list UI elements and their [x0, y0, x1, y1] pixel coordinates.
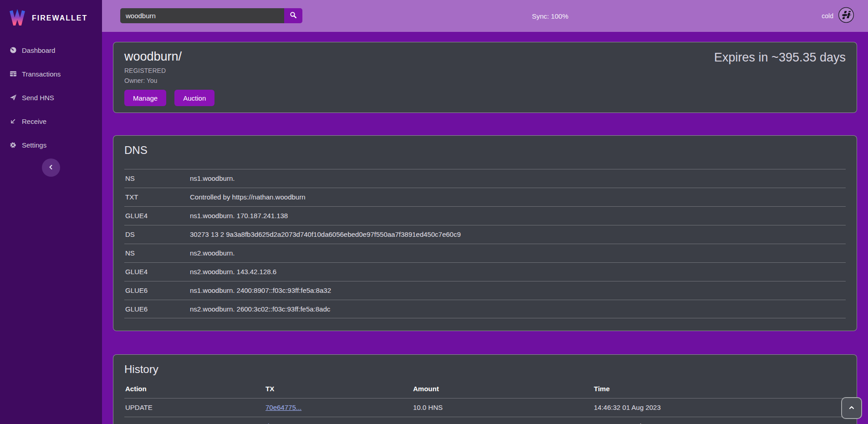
domain-actions: Manage Auction	[124, 90, 214, 106]
transactions-table-icon	[9, 70, 17, 77]
scroll-to-top-button[interactable]	[841, 397, 862, 419]
dns-record-type: NS	[124, 174, 190, 182]
dns-record-type: GLUE6	[124, 305, 190, 313]
dns-heading: DNS	[124, 144, 846, 157]
dns-card: DNS NS ns1.woodburn. TXT Controlled by h…	[113, 135, 857, 331]
dns-record-type: GLUE4	[124, 212, 190, 220]
domain-summary-card: woodburn/ REGISTERED Owner: You Manage A…	[113, 42, 857, 113]
receive-arrow-icon	[9, 118, 17, 125]
history-amount: 10.0 HNS	[413, 404, 594, 411]
owner-label: Owner: You	[124, 77, 214, 84]
dns-record-row: NS ns1.woodburn.	[124, 169, 846, 188]
settings-gear-icon	[9, 142, 17, 148]
handshake-logo-icon[interactable]	[838, 7, 854, 25]
firewallet-logo-icon	[8, 9, 26, 27]
dns-record-value: ns2.woodburn. 2600:3c02::f03c:93ff:fe5a:…	[190, 305, 330, 313]
dns-record-row: GLUE6 ns1.woodburn. 2400:8907::f03c:93ff…	[124, 281, 846, 300]
dns-record-row: GLUE4 ns2.woodburn. 143.42.128.6	[124, 262, 846, 281]
domain-summary-left: woodburn/ REGISTERED Owner: You Manage A…	[124, 50, 214, 106]
search-icon	[290, 11, 297, 20]
expires-label: Expires in ~395.35 days	[714, 51, 846, 65]
dns-table: NS ns1.woodburn. TXT Controlled by https…	[124, 169, 846, 318]
tx-link[interactable]: 70e64775...	[266, 404, 301, 411]
sidebar-item-label: Settings	[22, 141, 46, 149]
history-heading: History	[124, 363, 846, 376]
search-button[interactable]	[284, 8, 302, 23]
sidebar: FIREWALLET Dashboard Tran	[0, 0, 102, 424]
sync-status: Sync: 100%	[532, 0, 568, 32]
sidebar-nav: Dashboard Transactions Send HNS	[0, 38, 102, 157]
history-column-time: Time	[594, 385, 846, 393]
chevron-up-icon	[848, 404, 855, 412]
main-area: Sync: 100% cold woodburn/ REGISTERED	[102, 0, 868, 424]
sidebar-item-label: Receive	[22, 117, 46, 125]
sidebar-item-transactions[interactable]: Transactions	[0, 62, 102, 86]
dns-record-row: GLUE6 ns2.woodburn. 2600:3c02::f03c:93ff…	[124, 300, 846, 318]
dashboard-gauge-icon	[9, 46, 17, 54]
history-time: 15:47:06 07 Feb 2023	[594, 422, 846, 424]
dns-record-row: NS ns2.woodburn.	[124, 244, 846, 262]
history-header-row: Action TX Amount Time	[124, 380, 846, 398]
dns-record-value: ns1.woodburn.	[190, 174, 235, 182]
dns-record-type: GLUE6	[124, 286, 190, 294]
page-title: woodburn/	[124, 50, 214, 64]
history-amount: 10.0 HNS	[413, 422, 594, 424]
dns-record-type: GLUE4	[124, 268, 190, 276]
dns-record-type: NS	[124, 249, 190, 257]
history-column-amount: Amount	[413, 385, 594, 393]
wallet-indicator: cold	[822, 0, 854, 32]
status-badge: REGISTERED	[124, 67, 214, 74]
sidebar-item-settings[interactable]: Settings	[0, 133, 102, 157]
tx-link[interactable]: d7e36a42...	[266, 422, 301, 424]
sidebar-item-dashboard[interactable]: Dashboard	[0, 38, 102, 62]
topbar: Sync: 100% cold	[102, 0, 868, 32]
dns-record-value: Controlled by https://nathan.woodburn	[190, 193, 306, 201]
dns-record-type: DS	[124, 230, 190, 238]
send-plane-icon	[9, 94, 17, 101]
search-bar	[120, 8, 302, 23]
search-input[interactable]	[120, 8, 284, 23]
dns-record-row: GLUE4 ns1.woodburn. 170.187.241.138	[124, 206, 846, 225]
dns-record-type: TXT	[124, 193, 190, 201]
dns-record-value: ns2.woodburn.	[190, 249, 235, 257]
history-column-action: Action	[124, 385, 266, 393]
sidebar-item-label: Dashboard	[22, 46, 55, 54]
dns-record-value: ns1.woodburn. 2400:8907::f03c:93ff:fe5a:…	[190, 286, 331, 294]
history-row: RENEW d7e36a42... 10.0 HNS 15:47:06 07 F…	[124, 417, 846, 424]
dns-record-row: TXT Controlled by https://nathan.woodbur…	[124, 188, 846, 206]
sidebar-item-receive[interactable]: Receive	[0, 109, 102, 133]
dns-record-row: DS 30273 13 2 9a3a8fb3d625d2a2073d740f10…	[124, 225, 846, 244]
brand-row: FIREWALLET	[0, 0, 102, 31]
brand-name: FIREWALLET	[32, 14, 87, 22]
dns-record-value: ns1.woodburn. 170.187.241.138	[190, 212, 288, 220]
auction-button[interactable]: Auction	[174, 90, 214, 106]
wallet-name: cold	[822, 12, 833, 20]
history-card: History Action TX Amount Time UPDATE 70e…	[113, 354, 857, 424]
dns-record-value: 30273 13 2 9a3a8fb3d625d2a2073d740f10da6…	[190, 230, 461, 238]
manage-button[interactable]: Manage	[124, 90, 166, 106]
sidebar-item-label: Transactions	[22, 70, 61, 78]
dns-record-value: ns2.woodburn. 143.42.128.6	[190, 268, 276, 276]
history-action: UPDATE	[124, 404, 266, 411]
history-row: UPDATE 70e64775... 10.0 HNS 14:46:32 01 …	[124, 398, 846, 417]
history-column-tx: TX	[266, 385, 413, 393]
sidebar-item-label: Send HNS	[22, 94, 54, 102]
chevron-left-icon	[48, 164, 54, 171]
sidebar-collapse-button[interactable]	[42, 158, 60, 177]
page-content: woodburn/ REGISTERED Owner: You Manage A…	[102, 32, 868, 424]
history-action: RENEW	[124, 422, 266, 424]
history-time: 14:46:32 01 Aug 2023	[594, 404, 846, 411]
sidebar-item-send-hns[interactable]: Send HNS	[0, 86, 102, 109]
